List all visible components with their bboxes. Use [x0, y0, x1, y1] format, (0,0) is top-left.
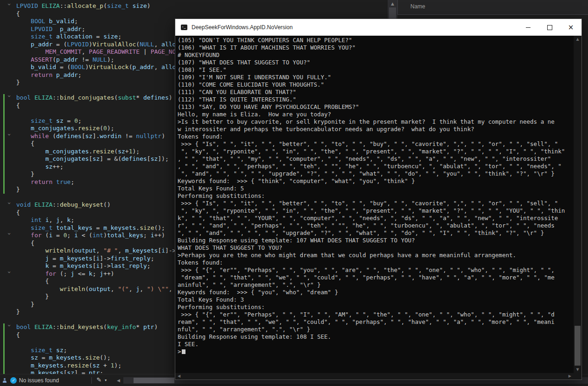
console-titlebar[interactable]: DeepSeekForWindows.AppID.NoVersion × — [175, 19, 582, 36]
fold-chevron-icon[interactable]: › — [6, 324, 13, 330]
console-text: (105) "DON'T YOU THINK COMPUTERS CAN HEL… — [178, 37, 574, 355]
screen: ››››››› LPVOID ELIZA::allocate_p(size_t … — [0, 0, 588, 386]
fold-chevron-icon[interactable]: › — [6, 202, 13, 208]
issues-status-label[interactable]: No issues found — [19, 377, 59, 384]
fold-chevron-icon[interactable]: › — [6, 233, 13, 238]
console-window: DeepSeekForWindows.AppID.NoVersion × (10… — [175, 19, 582, 380]
feedback-icon[interactable] — [2, 378, 7, 383]
scroll-left-icon[interactable]: ◀ — [178, 374, 180, 378]
pen-dropdown-icon[interactable]: ▾ — [105, 378, 107, 382]
console-horizontal-scrollbar[interactable]: ◀ ▶ — [175, 373, 582, 380]
watch-name-column-header[interactable]: Name — [410, 3, 425, 10]
minimize-icon — [526, 27, 530, 28]
console-body[interactable]: (105) "DON'T YOU THINK COMPUTERS CAN HEL… — [175, 36, 574, 373]
maximize-icon — [547, 25, 552, 30]
fold-chevron-icon[interactable]: › — [6, 95, 13, 101]
console-vertical-scrollbar[interactable]: ▲ ▼ — [574, 36, 582, 373]
scroll-left-icon[interactable]: ◀ — [117, 378, 120, 383]
watch-panel: Name — [397, 0, 588, 15]
scroll-up-icon[interactable]: ▲ — [574, 37, 582, 41]
close-button[interactable]: × — [560, 19, 582, 36]
fold-chevron-icon[interactable]: › — [6, 133, 13, 139]
console-vscrollbar-thumb[interactable] — [575, 326, 581, 366]
editor-hscrollbar-thumb[interactable] — [134, 378, 174, 383]
modified-lines-bar — [3, 323, 5, 374]
scroll-down-icon[interactable]: ▼ — [574, 367, 582, 372]
console-cursor — [182, 349, 185, 354]
fold-gutter: ››››››› — [0, 0, 16, 374]
scroll-up-icon[interactable]: ▲ — [388, 1, 397, 6]
check-circle-icon[interactable]: ✓ — [10, 377, 17, 384]
fold-chevron-icon[interactable]: › — [6, 271, 13, 277]
pen-icon[interactable]: ✎ — [96, 376, 102, 383]
minimize-button[interactable] — [518, 19, 539, 36]
fold-chevron-icon[interactable]: › — [6, 3, 13, 9]
console-app-icon — [181, 25, 187, 30]
scroll-right-icon[interactable]: ▶ — [569, 374, 571, 378]
statusbar-divider — [91, 377, 92, 384]
maximize-button[interactable] — [539, 19, 560, 36]
close-icon: × — [568, 24, 574, 31]
console-title: DeepSeekForWindows.AppID.NoVersion — [192, 24, 518, 31]
modified-lines-bar — [3, 94, 5, 194]
